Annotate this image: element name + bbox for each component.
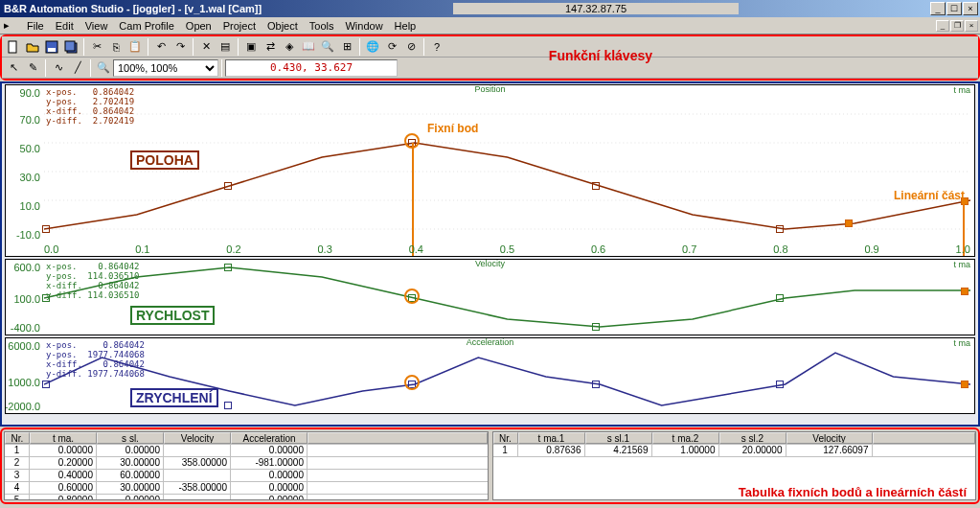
- curve-marker[interactable]: [592, 182, 600, 190]
- monitor-icon[interactable]: ◈: [281, 38, 298, 56]
- close-button[interactable]: ×: [963, 2, 978, 15]
- curve-marker[interactable]: [592, 323, 600, 331]
- table-cell[interactable]: 60.00000: [97, 470, 164, 481]
- table-fixpoints[interactable]: Nr. t ma. s sl. Velocity Acceleration 10…: [4, 431, 489, 500]
- table-cell[interactable]: 1.00000: [652, 445, 719, 456]
- curve-marker[interactable]: [224, 264, 232, 271]
- curve-marker[interactable]: [42, 381, 50, 388]
- table-cell[interactable]: 0.00000: [97, 445, 164, 456]
- refresh-icon[interactable]: ⟳: [383, 38, 400, 56]
- menu-project[interactable]: Project: [217, 19, 262, 33]
- table-cell[interactable]: 0.00000: [231, 495, 308, 500]
- table-cell[interactable]: 1: [493, 445, 518, 456]
- table-cell[interactable]: 0.80000: [30, 495, 97, 500]
- col-tma2[interactable]: t ma.2: [652, 432, 719, 444]
- table-cell[interactable]: 1: [5, 445, 30, 456]
- mdi-close-button[interactable]: ×: [965, 20, 978, 32]
- menu-object[interactable]: Object: [262, 19, 304, 33]
- table-cell[interactable]: 30.00000: [97, 457, 164, 469]
- globe-icon[interactable]: 🌐: [364, 38, 381, 56]
- table-row[interactable]: 20.2000030.00000358.00000-981.00000: [5, 457, 488, 470]
- table-cell[interactable]: 358.00000: [164, 457, 231, 469]
- table-row[interactable]: 40.6000030.00000-358.000000.00000: [5, 482, 488, 495]
- linear-marker[interactable]: [961, 381, 969, 388]
- table-cell[interactable]: [164, 495, 231, 500]
- book-icon[interactable]: 📖: [300, 38, 317, 56]
- table-cell[interactable]: 0.60000: [30, 482, 97, 494]
- menu-window[interactable]: Window: [339, 19, 388, 33]
- menu-open[interactable]: Open: [180, 19, 217, 33]
- menu-help[interactable]: Help: [389, 19, 422, 33]
- tree-icon[interactable]: ⊞: [338, 38, 355, 56]
- table-cell[interactable]: 0.40000: [30, 470, 97, 481]
- zoom-icon[interactable]: 🔍: [95, 59, 112, 77]
- table-cell[interactable]: -358.00000: [164, 482, 231, 494]
- table-cell[interactable]: 0.87636: [518, 445, 585, 456]
- menu-view[interactable]: View: [80, 19, 114, 33]
- col-nr[interactable]: Nr.: [493, 432, 518, 444]
- delete-icon[interactable]: ✕: [197, 38, 215, 56]
- col-tma[interactable]: t ma.: [30, 432, 97, 444]
- curve-marker[interactable]: [592, 381, 600, 388]
- paste-icon[interactable]: 📋: [126, 38, 144, 56]
- menu-tools[interactable]: Tools: [304, 19, 340, 33]
- pencil-icon[interactable]: ✎: [24, 59, 41, 77]
- col-ssl1[interactable]: s sl.1: [585, 432, 652, 444]
- col-nr[interactable]: Nr.: [5, 432, 30, 444]
- curve-marker[interactable]: [224, 182, 232, 190]
- table-cell[interactable]: 4: [5, 482, 30, 494]
- table-cell[interactable]: 127.66097: [786, 445, 873, 456]
- table-row[interactable]: 10.000000.000000.00000: [5, 445, 488, 457]
- curve-marker[interactable]: [224, 402, 232, 409]
- chart-acceleration[interactable]: Acceleration t ma 6000.0 1000.0 -2000.0 …: [5, 337, 975, 414]
- table-cell[interactable]: 4.21569: [585, 445, 652, 456]
- table-cell[interactable]: 2: [5, 457, 30, 469]
- table-row[interactable]: 50.800000.000000.00000: [5, 495, 488, 500]
- col-accel[interactable]: Acceleration: [231, 432, 308, 444]
- copy-icon[interactable]: ⎘: [107, 38, 125, 56]
- table-cell[interactable]: 0.00000: [231, 470, 308, 481]
- col-velocity[interactable]: Velocity: [164, 432, 231, 444]
- curve-icon[interactable]: ∿: [50, 59, 67, 77]
- curve-marker[interactable]: [776, 294, 784, 302]
- table-cell[interactable]: 0.00000: [231, 482, 308, 494]
- curve-marker[interactable]: [42, 225, 50, 233]
- maximize-button[interactable]: ☐: [946, 2, 962, 15]
- new-icon[interactable]: [5, 38, 22, 56]
- saveall-icon[interactable]: [62, 38, 80, 56]
- arrow-icon[interactable]: ↖: [5, 59, 22, 77]
- table-row[interactable]: 10.876364.215691.0000020.00000127.66097: [493, 445, 976, 457]
- undo-icon[interactable]: ↶: [152, 38, 170, 56]
- mdi-minimize-button[interactable]: _: [936, 20, 949, 32]
- col-velocity[interactable]: Velocity: [786, 432, 873, 444]
- help-icon[interactable]: ?: [428, 38, 445, 56]
- col-tma1[interactable]: t ma.1: [518, 432, 585, 444]
- menu-edit[interactable]: Edit: [50, 19, 80, 33]
- find-icon[interactable]: 🔍: [319, 38, 336, 56]
- table-cell[interactable]: [164, 470, 231, 481]
- table-row[interactable]: 30.4000060.000000.00000: [5, 470, 488, 482]
- redo-icon[interactable]: ↷: [171, 38, 189, 56]
- curve-marker[interactable]: [776, 381, 784, 388]
- build-icon[interactable]: ▣: [242, 38, 260, 56]
- table-cell[interactable]: 20.00000: [719, 445, 786, 456]
- table-cell[interactable]: 5: [5, 495, 30, 500]
- table-cell[interactable]: -981.00000: [231, 457, 308, 469]
- col-ssl[interactable]: s sl.: [97, 432, 164, 444]
- table-cell[interactable]: [164, 445, 231, 456]
- linear-marker[interactable]: [961, 288, 969, 295]
- stop-icon[interactable]: ⊘: [402, 38, 420, 56]
- table-cell[interactable]: 3: [5, 470, 30, 481]
- linear-marker[interactable]: [845, 219, 853, 227]
- table-cell[interactable]: 0.00000: [97, 495, 164, 500]
- minimize-button[interactable]: _: [930, 2, 946, 15]
- table-cell[interactable]: 0.20000: [30, 457, 97, 469]
- curve-marker[interactable]: [776, 225, 784, 233]
- chart-velocity[interactable]: Velocity t ma 600.0 100.0 -400.0 x-pos. …: [5, 259, 975, 335]
- line-icon[interactable]: ╱: [69, 59, 86, 77]
- col-ssl2[interactable]: s sl.2: [719, 432, 786, 444]
- menu-camprofile[interactable]: Cam Profile: [113, 19, 179, 33]
- mdi-restore-button[interactable]: ❐: [950, 20, 964, 32]
- transfer-icon[interactable]: ⇄: [262, 38, 279, 56]
- table-cell[interactable]: 0.00000: [231, 445, 308, 456]
